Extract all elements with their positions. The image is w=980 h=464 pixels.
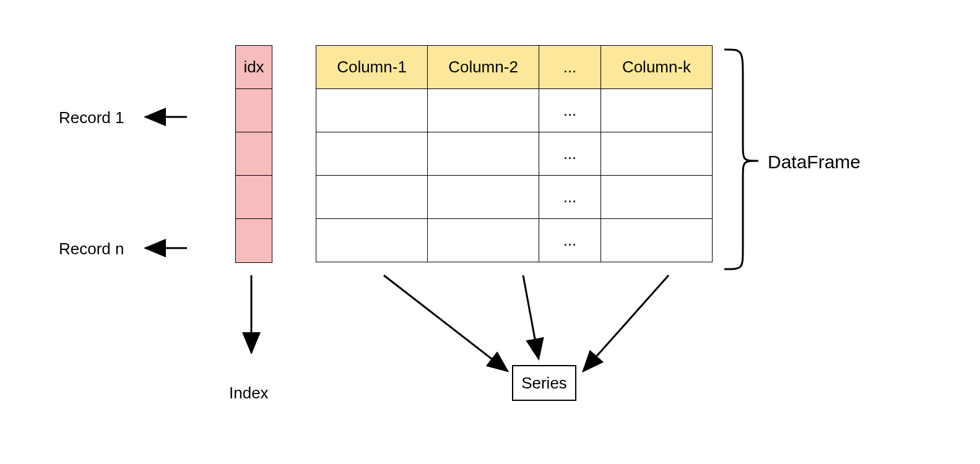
dataframe-brace — [724, 49, 758, 269]
table-header-row: Column-1 Column-2 ... Column-k — [316, 46, 713, 89]
table-row: ... — [316, 89, 713, 132]
table-row: ... — [316, 132, 713, 176]
column-header: ... — [539, 46, 601, 89]
ellipsis-cell: ... — [539, 176, 601, 219]
index-cell — [236, 89, 272, 132]
arrow-col2-series — [523, 275, 539, 359]
arrow-colk-series — [583, 275, 669, 371]
dataframe-diagram: Record 1 Record n idx Column-1 Column-2 … — [0, 0, 980, 464]
ellipsis-cell: ... — [539, 132, 601, 176]
record-1-label: Record 1 — [59, 108, 124, 127]
record-n-label: Record n — [59, 239, 124, 259]
ellipsis-cell: ... — [539, 89, 601, 132]
index-label: Index — [229, 384, 269, 403]
index-column: idx — [235, 45, 272, 263]
table-row: ... — [316, 219, 713, 262]
arrow-col1-series — [384, 275, 508, 371]
index-header-cell: idx — [236, 46, 272, 89]
dataframe-table: Column-1 Column-2 ... Column-k ... ... .… — [316, 45, 713, 262]
series-box: Series — [512, 365, 576, 401]
column-header: Column-1 — [316, 46, 428, 89]
column-header: Column-k — [601, 46, 713, 89]
ellipsis-cell: ... — [539, 219, 601, 262]
index-cell — [236, 176, 272, 219]
column-header: Column-2 — [428, 46, 539, 89]
table-row: ... — [316, 176, 713, 219]
index-cell — [236, 219, 272, 262]
index-cell — [236, 132, 272, 176]
dataframe-label: DataFrame — [768, 152, 861, 173]
